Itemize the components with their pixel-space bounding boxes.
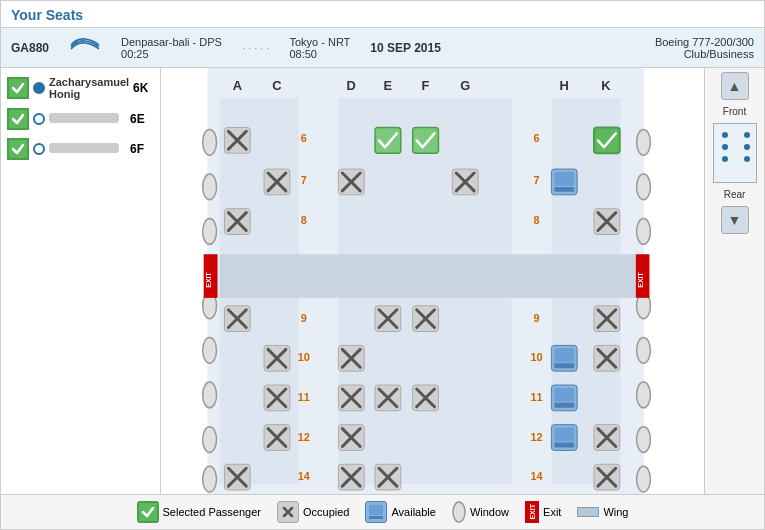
route-dots: · · · · ·	[242, 42, 270, 54]
seat-14E[interactable]	[375, 464, 401, 490]
passenger-3-seat: 6F	[130, 142, 154, 156]
svg-text:12: 12	[298, 431, 310, 443]
aircraft-info: Boeing 777-200/300 Club/Business	[655, 36, 754, 60]
legend-wing: Wing	[577, 506, 628, 518]
seat-14D[interactable]	[338, 464, 364, 490]
svg-text:C: C	[272, 78, 281, 93]
destination-route: Tokyo - NRT 08:50	[289, 36, 350, 60]
mini-map-dot-3	[722, 144, 728, 150]
seat-11D[interactable]	[338, 385, 364, 411]
seat-12H[interactable]	[551, 425, 577, 451]
seat-7C[interactable]	[264, 169, 290, 195]
legend-exit-icon: EXIT	[525, 501, 539, 523]
svg-rect-139	[369, 505, 383, 515]
svg-text:G: G	[460, 78, 470, 93]
seat-11E[interactable]	[375, 385, 401, 411]
flight-info-bar: GA880 Denpasar-bali - DPS 00:25 · · · · …	[1, 28, 764, 68]
seat-10D[interactable]	[338, 345, 364, 371]
legend-selected-icon	[137, 501, 159, 523]
seat-9A[interactable]	[224, 306, 250, 332]
seat-14A[interactable]	[224, 464, 250, 490]
svg-point-14	[203, 174, 217, 200]
front-label: Front	[723, 106, 746, 117]
svg-text:A: A	[233, 78, 242, 93]
seat-14K[interactable]	[594, 464, 620, 490]
passenger-1-radio[interactable]	[33, 82, 45, 94]
passenger-2-seat: 6E	[130, 112, 154, 126]
svg-text:K: K	[601, 78, 611, 93]
seat-map-svg: A C D E F G H K	[161, 68, 704, 494]
passenger-2-radio[interactable]	[33, 113, 45, 125]
svg-text:11: 11	[530, 391, 542, 403]
svg-rect-119	[554, 442, 574, 447]
passenger-item-1[interactable]: Zacharysamuel Honig 6K	[7, 76, 154, 100]
seat-9K[interactable]	[594, 306, 620, 332]
legend-window-icon	[452, 501, 466, 523]
seat-7D[interactable]	[338, 169, 364, 195]
svg-point-21	[637, 129, 651, 155]
svg-rect-88	[554, 363, 574, 368]
seat-10C[interactable]	[264, 345, 290, 371]
svg-rect-53	[554, 172, 574, 186]
passenger-3-radio[interactable]	[33, 143, 45, 155]
svg-text:7: 7	[533, 174, 539, 186]
seat-6E[interactable]	[375, 127, 401, 153]
legend-exit-text: EXIT	[529, 504, 536, 520]
svg-text:E: E	[384, 78, 393, 93]
svg-text:EXIT: EXIT	[205, 272, 212, 288]
flight-class: Club/Business	[655, 48, 754, 60]
svg-text:12: 12	[530, 431, 542, 443]
svg-text:14: 14	[530, 470, 542, 482]
seat-9E[interactable]	[375, 306, 401, 332]
mini-map-dot-4	[744, 144, 750, 150]
seat-9F[interactable]	[413, 306, 439, 332]
seat-10H[interactable]	[551, 345, 577, 371]
svg-point-141	[453, 502, 465, 522]
svg-rect-87	[554, 348, 574, 362]
page-title: Your Seats	[11, 7, 83, 23]
seat-7G[interactable]	[452, 169, 478, 195]
seat-11F[interactable]	[413, 385, 439, 411]
mini-map-dot-5	[722, 156, 728, 162]
svg-point-13	[203, 129, 217, 155]
passenger-3-check	[7, 138, 29, 160]
svg-text:10: 10	[530, 351, 542, 363]
passenger-1-check	[7, 77, 29, 99]
svg-text:H: H	[560, 78, 569, 93]
destination-time: 08:50	[289, 48, 350, 60]
passenger-item-3[interactable]: 6F	[7, 138, 154, 160]
airline-logo	[69, 34, 101, 61]
seat-11C[interactable]	[264, 385, 290, 411]
mini-map	[713, 123, 757, 183]
seat-10K[interactable]	[594, 345, 620, 371]
front-nav-button[interactable]: ▲	[721, 72, 749, 100]
seat-6A[interactable]	[224, 127, 250, 153]
legend-available: Available	[365, 501, 435, 523]
svg-text:14: 14	[298, 470, 310, 482]
origin-route: Denpasar-bali - DPS 00:25	[121, 36, 222, 60]
svg-point-15	[203, 219, 217, 245]
legend-available-icon	[365, 501, 387, 523]
seat-6K[interactable]	[594, 127, 620, 153]
main-content: Zacharysamuel Honig 6K 6E	[1, 68, 764, 494]
seat-11H[interactable]	[551, 385, 577, 411]
seat-8A[interactable]	[224, 209, 250, 235]
seat-12D[interactable]	[338, 425, 364, 451]
legend-selected: Selected Passenger	[137, 501, 261, 523]
passenger-1-name: Zacharysamuel	[49, 76, 129, 88]
rear-nav-button[interactable]: ▼	[721, 206, 749, 234]
legend-available-label: Available	[391, 506, 435, 518]
origin-name: Denpasar-bali - DPS	[121, 36, 222, 48]
passenger-item-2[interactable]: 6E	[7, 108, 154, 130]
seat-12C[interactable]	[264, 425, 290, 451]
svg-rect-140	[369, 516, 383, 519]
svg-rect-63	[220, 254, 636, 298]
svg-text:8: 8	[533, 214, 539, 226]
seat-7H[interactable]	[551, 169, 577, 195]
svg-rect-118	[554, 428, 574, 442]
passenger-2-check	[7, 108, 29, 130]
seat-6F[interactable]	[413, 127, 439, 153]
seat-8K[interactable]	[594, 209, 620, 235]
seat-map-area: A C D E F G H K	[161, 68, 704, 494]
seat-12K[interactable]	[594, 425, 620, 451]
